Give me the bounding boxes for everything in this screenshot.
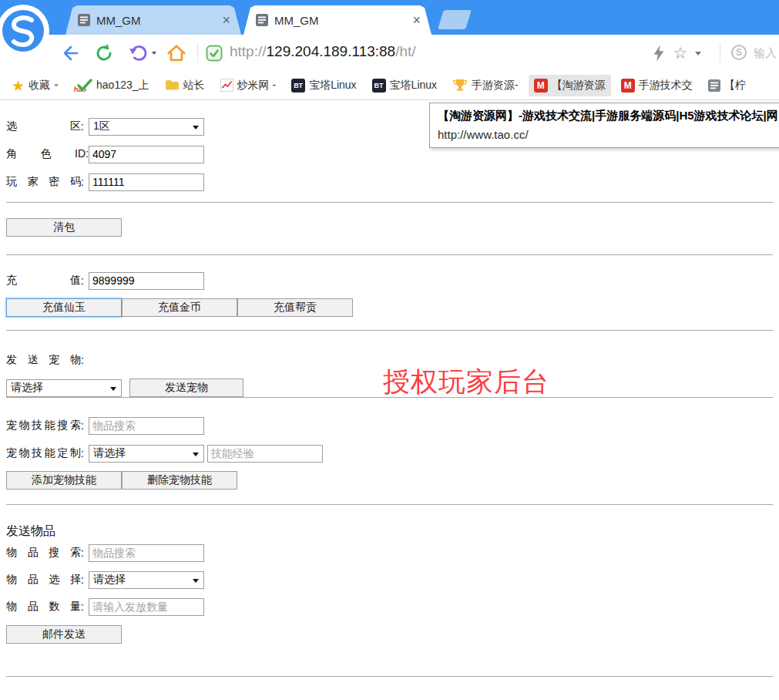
star-icon: ★ — [12, 79, 25, 93]
m-site-icon: M — [534, 79, 548, 93]
back-arrow-icon — [60, 43, 80, 63]
divider — [6, 330, 773, 331]
divider — [6, 202, 773, 203]
shield-check-icon — [206, 45, 223, 62]
delete-pet-skill-button[interactable]: 删除宠物技能 — [122, 471, 237, 490]
bt-panel-icon: BT — [372, 79, 386, 93]
item-search-label: 物品搜索 — [6, 546, 81, 560]
bookmark-label: 宝塔Linux — [309, 79, 356, 93]
bookmark-bt-linux-2[interactable]: BT 宝塔Linux — [367, 75, 442, 96]
pet-skill-select-value: 请选择 — [93, 446, 126, 460]
tab-mm-gm-1[interactable]: MM_GM × — [65, 5, 241, 35]
pet-skill-search-label: 宠物技能搜索 — [6, 419, 81, 432]
undo-button[interactable] — [126, 42, 149, 65]
tab-bar: MM_GM × MM_GM × — [0, 0, 779, 35]
bookmark-shouyou-ziyuan[interactable]: 手游资源- — [447, 75, 524, 96]
item-qty-input[interactable] — [89, 598, 204, 616]
item-qty-label: 物品数量 — [6, 600, 81, 614]
undo-dropdown-button[interactable] — [149, 42, 159, 65]
recharge-xianyu-button[interactable]: 充值仙玉 — [6, 298, 122, 317]
tab-title: MM_GM — [274, 14, 411, 27]
bookmark-label: 站长 — [183, 79, 205, 93]
chevron-down-icon — [695, 52, 701, 56]
item-select-value: 请选择 — [93, 573, 126, 587]
bookmark-label: hao123_上 — [96, 79, 149, 93]
page-favicon-icon — [78, 14, 90, 26]
toolbar-divider — [197, 43, 198, 62]
zone-select[interactable]: 1区 — [89, 118, 204, 136]
favorite-button[interactable]: ☆ — [669, 42, 692, 65]
bookmark-label: 手游资源- — [472, 79, 519, 93]
zone-select-value: 1区 — [93, 119, 110, 133]
bookmark-label: 炒米网 - — [237, 79, 277, 93]
bookmark-shouyou-jishu[interactable]: M 手游技术交 — [616, 75, 698, 96]
address-bar[interactable]: http://129.204.189.113:88/ht/ — [230, 43, 416, 60]
site-safety-button[interactable] — [205, 44, 223, 62]
divider — [6, 504, 773, 505]
bookmark-taoyou-ziyuan[interactable]: M 【淘游资源 — [529, 75, 611, 96]
zone-label: 选区 — [6, 119, 81, 133]
pet-select[interactable]: 请选择 — [6, 379, 122, 397]
role-id-label: 角色ID: — [6, 147, 89, 161]
bookmark-label: 【淘游资源 — [552, 79, 606, 93]
send-pet-button[interactable]: 发送宠物 — [129, 379, 243, 397]
authorized-player-backend-watermark: 授权玩家后台 — [383, 364, 549, 400]
bookmark-hao123[interactable]: hao hao123_上 — [69, 75, 155, 96]
new-tab-button[interactable] — [438, 10, 472, 29]
tab-mm-gm-2[interactable]: MM_GM × — [243, 5, 431, 35]
recharge-gold-button[interactable]: 充值金币 — [122, 298, 237, 317]
line-chart-icon — [220, 79, 233, 92]
select-arrow-icon — [110, 387, 116, 391]
bookmark-chaomiwang[interactable]: 炒米网 - — [215, 75, 282, 96]
quick-launch-button[interactable] — [647, 42, 670, 65]
search-hint: 输入 — [754, 46, 777, 61]
role-id-input[interactable] — [89, 146, 204, 163]
hao123-icon: hao — [74, 79, 92, 93]
star-icon: ☆ — [673, 45, 688, 62]
mail-send-button[interactable]: 邮件发送 — [6, 625, 122, 644]
item-select[interactable]: 请选择 — [89, 571, 204, 589]
home-icon — [166, 43, 187, 63]
bookmark-label: 手游技术交 — [639, 79, 693, 93]
page-favicon-icon — [256, 14, 268, 26]
favorite-dropdown-button[interactable] — [692, 42, 704, 65]
pet-select-value: 请选择 — [11, 381, 43, 395]
pet-skill-select[interactable]: 请选择 — [89, 445, 204, 463]
search-engine-button[interactable]: S — [730, 44, 747, 61]
close-icon[interactable]: × — [411, 13, 422, 27]
bookmark-bt-linux-1[interactable]: BT 宝塔Linux — [286, 75, 361, 96]
folder-icon — [165, 79, 180, 91]
back-button[interactable] — [59, 42, 82, 65]
sogou-logo[interactable] — [0, 3, 52, 59]
toolbar-divider — [720, 43, 720, 62]
lightning-icon — [652, 44, 666, 62]
pet-skill-exp-input[interactable] — [207, 445, 323, 463]
pet-skill-search-input[interactable] — [89, 417, 204, 435]
select-arrow-icon — [193, 579, 199, 583]
divider — [6, 254, 773, 255]
reload-button[interactable] — [92, 42, 116, 65]
player-password-input[interactable] — [89, 173, 204, 191]
tab-title: MM_GM — [96, 14, 220, 27]
bookmark-favorites[interactable]: ★ 收藏 — [6, 75, 64, 96]
bookmark-label: 收藏 — [29, 79, 50, 93]
item-search-input[interactable] — [89, 544, 204, 562]
chevron-down-icon — [54, 84, 59, 87]
send-item-heading: 发送物品 — [6, 523, 773, 540]
bookmark-zhanzhang[interactable]: 站长 — [159, 75, 210, 96]
bookmark-tooltip: 【淘游资源网】-游戏技术交流|手游服务端源码|H5游戏技术论坛|网 http:/… — [429, 103, 779, 148]
url-scheme: http:// — [230, 43, 267, 59]
player-password-label: 玩家密码 — [6, 175, 81, 189]
recharge-banggong-button[interactable]: 充值帮贡 — [237, 298, 353, 317]
clear-bag-button[interactable]: 清包 — [6, 218, 122, 237]
bookmark-label: 【柠 — [724, 79, 746, 93]
recharge-amount-input[interactable] — [89, 272, 204, 290]
reload-icon — [94, 43, 114, 63]
close-icon[interactable]: × — [220, 13, 232, 27]
bookmark-ning[interactable]: 【柠 — [703, 75, 751, 96]
home-button[interactable] — [165, 42, 188, 65]
url-path: /ht/ — [395, 43, 415, 59]
item-select-label: 物品选择 — [6, 573, 81, 587]
add-pet-skill-button[interactable]: 添加宠物技能 — [6, 471, 122, 490]
toolbar: http://129.204.189.113:88/ht/ ☆ S 输入 — [0, 35, 779, 71]
